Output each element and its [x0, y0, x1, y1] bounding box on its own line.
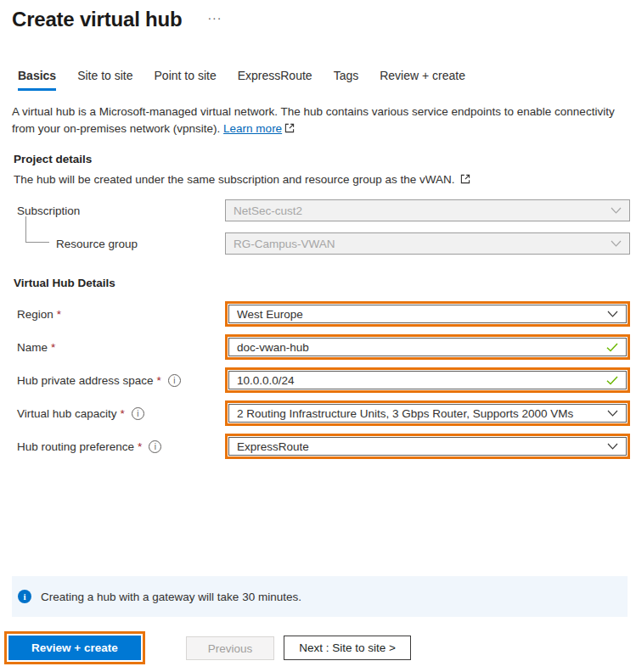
subscription-dropdown[interactable]: NetSec-cust2 — [225, 199, 630, 221]
name-input-wrapper — [228, 338, 627, 356]
project-details-heading: Project details — [14, 153, 636, 165]
next-site-to-site-button[interactable]: Next : Site to site > — [284, 636, 411, 660]
routing-preference-dropdown[interactable]: ExpressRoute — [228, 437, 627, 456]
address-space-row: Hub private address space* i — [17, 367, 630, 393]
tab-review-create[interactable]: Review + create — [380, 69, 465, 91]
tab-point-to-site[interactable]: Point to site — [155, 69, 217, 91]
highlight-box: 2 Routing Infrastructure Units, 3 Gbps R… — [225, 400, 630, 426]
subscription-row: Subscription NetSec-cust2 — [17, 199, 630, 221]
external-link-icon — [460, 174, 470, 187]
page-header: Create virtual hub ··· — [0, 0, 636, 31]
chevron-down-icon — [607, 311, 618, 317]
page-title: Create virtual hub — [12, 8, 182, 31]
highlight-box: Review + create — [4, 631, 145, 664]
routing-preference-label: Hub routing preference — [17, 440, 134, 453]
chevron-down-icon — [611, 207, 622, 214]
info-icon: i — [18, 590, 31, 603]
tab-basics[interactable]: Basics — [18, 69, 56, 91]
name-row: Name* — [17, 334, 630, 360]
resource-group-dropdown[interactable]: RG-Campus-VWAN — [225, 232, 630, 255]
info-icon[interactable]: i — [168, 374, 181, 387]
address-space-input[interactable] — [237, 374, 599, 387]
valid-check-icon — [606, 343, 618, 352]
chevron-down-icon — [607, 410, 618, 417]
address-space-label: Hub private address space — [17, 374, 154, 387]
required-asterisk: * — [51, 341, 55, 354]
info-icon[interactable]: i — [149, 440, 161, 453]
hierarchy-connector-line — [25, 216, 49, 243]
tab-expressroute[interactable]: ExpressRoute — [238, 69, 312, 91]
name-label: Name — [17, 341, 48, 354]
tab-site-to-site[interactable]: Site to site — [77, 69, 132, 91]
info-banner: i Creating a hub with a gateway will tak… — [12, 576, 628, 617]
external-link-icon — [284, 121, 295, 138]
capacity-dropdown[interactable]: 2 Routing Infrastructure Units, 3 Gbps R… — [228, 404, 627, 423]
info-icon[interactable]: i — [132, 407, 144, 420]
chevron-down-icon — [607, 443, 618, 450]
address-space-input-wrapper — [228, 371, 627, 389]
tab-tags[interactable]: Tags — [334, 69, 359, 91]
previous-button[interactable]: Previous — [186, 636, 275, 660]
highlight-box — [225, 334, 630, 360]
required-asterisk: * — [57, 308, 61, 321]
footer-actions: Review + create Previous Next : Site to … — [4, 631, 636, 664]
region-dropdown[interactable]: West Europe — [228, 305, 627, 323]
required-asterisk: * — [138, 440, 142, 453]
virtual-hub-details-heading: Virtual Hub Details — [14, 277, 636, 289]
review-create-button[interactable]: Review + create — [8, 636, 141, 660]
tab-bar: Basics Site to site Point to site Expres… — [18, 69, 636, 91]
highlight-box: ExpressRoute — [225, 434, 630, 459]
capacity-label: Virtual hub capacity — [17, 407, 117, 420]
highlight-box — [225, 367, 630, 393]
more-options-icon[interactable]: ··· — [207, 11, 222, 25]
region-row: Region* West Europe — [17, 301, 630, 327]
project-details-description: The hub will be created under the same s… — [14, 173, 636, 187]
resource-group-row: Resource group RG-Campus-VWAN — [17, 232, 630, 255]
resource-group-label-col: Resource group — [17, 238, 225, 250]
valid-check-icon — [606, 376, 618, 385]
subscription-label-col: Subscription — [17, 204, 225, 217]
chevron-down-icon — [611, 240, 622, 247]
info-banner-text: Creating a hub with a gateway will take … — [41, 591, 301, 603]
capacity-row: Virtual hub capacity* i 2 Routing Infras… — [17, 400, 630, 426]
required-asterisk: * — [157, 374, 161, 387]
routing-preference-row: Hub routing preference* i ExpressRoute — [17, 434, 630, 459]
learn-more-link[interactable]: Learn more — [223, 122, 282, 135]
required-asterisk: * — [121, 407, 125, 420]
name-input[interactable] — [237, 341, 599, 354]
resource-group-label: Resource group — [56, 238, 138, 250]
intro-text: A virtual hub is a Microsoft-managed vir… — [12, 104, 628, 138]
region-label: Region — [17, 308, 53, 321]
highlight-box: West Europe — [225, 301, 630, 327]
subscription-label: Subscription — [17, 204, 80, 217]
